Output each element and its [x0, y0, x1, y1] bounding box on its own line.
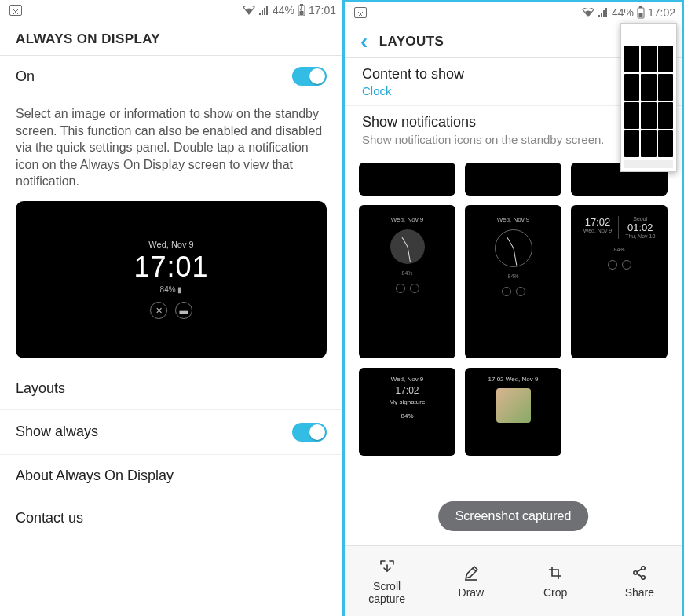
layout-signature[interactable]: Wed, Nov 9 17:02 My signature 84% — [359, 368, 455, 456]
master-toggle[interactable] — [292, 67, 327, 86]
layout-empty-slot — [571, 368, 668, 456]
show-notifications-desc: Show notification icons on the standby s… — [362, 132, 664, 148]
battery-percent: 44% — [612, 6, 634, 19]
tile-battery: 84% — [613, 247, 624, 252]
signal-icon — [258, 6, 269, 15]
tile-date: Wed, Nov 9 — [497, 216, 530, 223]
about-item[interactable]: About Always On Display — [0, 455, 342, 497]
pencil-icon — [463, 564, 479, 581]
layout-analog-outline[interactable]: Wed, Nov 9 84% — [465, 205, 561, 358]
crop-label: Crop — [543, 586, 567, 599]
wifi-icon — [582, 8, 594, 17]
page-title-text: ALWAYS ON DISPLAY — [16, 31, 160, 47]
tile-battery: 84% — [401, 412, 413, 420]
content-to-show-value: Clock — [362, 84, 664, 97]
contact-us-item[interactable]: Contact us — [0, 497, 342, 539]
dual-clock: 17:02 Wed, Nov 9 Seoul 01:02 Thu, Nov 10 — [583, 216, 656, 239]
description-text: Select an image or information to show o… — [0, 97, 342, 201]
status-time: 17:02 — [648, 6, 675, 19]
status-bar: 44% 17:02 — [345, 2, 682, 23]
about-label: About Always On Display — [16, 468, 327, 484]
dual-left-time: 17:02 — [583, 216, 612, 228]
share-label: Share — [625, 586, 654, 599]
analog-clock-icon — [390, 229, 425, 264]
layout-thumb[interactable] — [359, 163, 455, 196]
share-icon — [631, 564, 647, 581]
scroll-capture-label: Scroll capture — [357, 580, 418, 605]
layout-grid: Wed, Nov 9 84% Wed, Nov 9 84% 17:02 Wed,… — [345, 196, 682, 358]
tile-notif-icons — [502, 287, 525, 296]
screenshot-toolbar: Scroll capture Draw Crop Share — [345, 545, 682, 616]
layouts-item[interactable]: Layouts — [0, 368, 342, 410]
page-title: ALWAYS ON DISPLAY — [0, 20, 342, 56]
preview-date: Wed, Nov 9 — [148, 240, 193, 249]
battery-percent: 44% — [273, 4, 294, 16]
crop-button[interactable]: Crop — [525, 564, 586, 599]
master-toggle-row[interactable]: On — [0, 56, 342, 97]
dual-right-time: 01:02 — [625, 222, 655, 233]
tile-date: Wed, Nov 9 — [391, 376, 424, 383]
toast-message: Screenshot captured — [438, 501, 589, 531]
gallery-status-icon — [354, 7, 367, 18]
gallery-status-icon — [9, 5, 22, 16]
status-bar: 44% 17:01 — [0, 0, 342, 20]
message-icon: ▬ — [175, 302, 192, 319]
tile-battery: 84% — [401, 270, 412, 276]
preview-time: 17:01 — [134, 251, 208, 284]
content-to-show-label: Content to show — [362, 66, 664, 82]
tile-signature-text: My signature — [390, 398, 426, 405]
layout-photo[interactable]: 17:02 Wed, Nov 9 — [465, 368, 561, 456]
svg-point-7 — [642, 566, 645, 569]
draw-label: Draw — [459, 586, 485, 599]
on-label: On — [16, 68, 292, 85]
share-button[interactable]: Share — [609, 564, 670, 599]
show-always-toggle[interactable] — [292, 423, 327, 442]
contact-label: Contact us — [16, 510, 327, 526]
scroll-capture-icon — [379, 558, 396, 575]
layout-thumb[interactable] — [465, 163, 561, 196]
page-title-text: LAYOUTS — [379, 34, 444, 50]
wifi-icon — [243, 6, 255, 15]
dual-right-date: Thu, Nov 10 — [625, 233, 655, 239]
layout-grid-row2: Wed, Nov 9 17:02 My signature 84% 17:02 … — [345, 358, 682, 456]
layouts-label: Layouts — [16, 380, 327, 397]
status-time: 17:01 — [309, 4, 336, 16]
tile-notif-icons — [396, 284, 419, 293]
svg-rect-4 — [639, 6, 642, 8]
battery-icon — [298, 4, 305, 16]
svg-rect-5 — [638, 13, 642, 17]
signal-icon — [598, 8, 609, 17]
show-always-label: Show always — [16, 424, 292, 440]
tile-time: 17:02 — [395, 385, 419, 396]
layouts-screen: 44% 17:02 ‹ LAYOUTS Content to show Cloc… — [342, 0, 684, 616]
crop-icon — [547, 564, 563, 581]
dual-left-date: Wed, Nov 9 — [583, 228, 612, 233]
layout-dual-clock[interactable]: 17:02 Wed, Nov 9 Seoul 01:02 Thu, Nov 10… — [571, 205, 668, 358]
svg-point-6 — [634, 570, 637, 574]
photo-thumb — [496, 388, 531, 423]
missed-call-icon: ✕ — [150, 302, 167, 319]
analog-clock-outline-icon — [495, 229, 532, 267]
aod-preview[interactable]: Wed, Nov 9 17:01 84% ▮ ✕ ▬ — [16, 201, 327, 358]
tile-date: Wed, Nov 9 — [391, 216, 424, 223]
preview-notification-icons: ✕ ▬ — [150, 302, 192, 319]
tile-date: Wed, Nov 9 — [506, 376, 539, 383]
dual-right-city: Seoul — [625, 216, 655, 222]
aod-settings-screen: 44% 17:01 ALWAYS ON DISPLAY On Select an… — [0, 0, 342, 616]
svg-rect-1 — [300, 4, 303, 6]
svg-point-8 — [642, 575, 645, 578]
preview-battery: 84% ▮ — [160, 285, 183, 294]
tile-time: 17:02 — [488, 376, 504, 383]
show-always-item[interactable]: Show always — [0, 410, 342, 455]
scroll-capture-button[interactable]: Scroll capture — [357, 558, 418, 605]
screenshot-thumbnail[interactable] — [620, 23, 677, 172]
show-notifications-label: Show notifications — [362, 114, 664, 130]
battery-icon — [637, 6, 645, 19]
draw-button[interactable]: Draw — [441, 564, 502, 599]
tile-battery: 84% — [507, 273, 518, 279]
tile-notif-icons — [608, 260, 631, 270]
layout-analog-solid[interactable]: Wed, Nov 9 84% — [359, 205, 455, 358]
